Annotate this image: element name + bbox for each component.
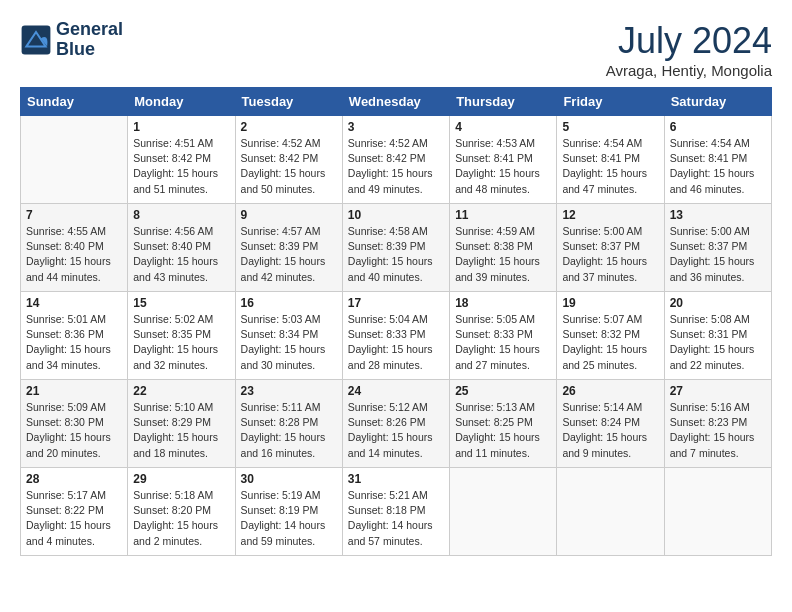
day-info: Sunrise: 5:13 AMSunset: 8:25 PMDaylight:… bbox=[455, 400, 551, 461]
calendar-cell: 20Sunrise: 5:08 AMSunset: 8:31 PMDayligh… bbox=[664, 292, 771, 380]
day-info: Sunrise: 4:51 AMSunset: 8:42 PMDaylight:… bbox=[133, 136, 229, 197]
day-info: Sunrise: 5:09 AMSunset: 8:30 PMDaylight:… bbox=[26, 400, 122, 461]
calendar-cell: 23Sunrise: 5:11 AMSunset: 8:28 PMDayligh… bbox=[235, 380, 342, 468]
day-info: Sunrise: 4:56 AMSunset: 8:40 PMDaylight:… bbox=[133, 224, 229, 285]
day-number: 6 bbox=[670, 120, 766, 134]
calendar-cell: 16Sunrise: 5:03 AMSunset: 8:34 PMDayligh… bbox=[235, 292, 342, 380]
calendar-cell: 29Sunrise: 5:18 AMSunset: 8:20 PMDayligh… bbox=[128, 468, 235, 556]
day-info: Sunrise: 4:53 AMSunset: 8:41 PMDaylight:… bbox=[455, 136, 551, 197]
day-number: 29 bbox=[133, 472, 229, 486]
day-number: 9 bbox=[241, 208, 337, 222]
header-day-sunday: Sunday bbox=[21, 88, 128, 116]
day-info: Sunrise: 5:00 AMSunset: 8:37 PMDaylight:… bbox=[562, 224, 658, 285]
week-row-5: 28Sunrise: 5:17 AMSunset: 8:22 PMDayligh… bbox=[21, 468, 772, 556]
day-info: Sunrise: 4:55 AMSunset: 8:40 PMDaylight:… bbox=[26, 224, 122, 285]
calendar-cell: 6Sunrise: 4:54 AMSunset: 8:41 PMDaylight… bbox=[664, 116, 771, 204]
day-info: Sunrise: 5:17 AMSunset: 8:22 PMDaylight:… bbox=[26, 488, 122, 549]
week-row-3: 14Sunrise: 5:01 AMSunset: 8:36 PMDayligh… bbox=[21, 292, 772, 380]
day-number: 11 bbox=[455, 208, 551, 222]
calendar-cell: 26Sunrise: 5:14 AMSunset: 8:24 PMDayligh… bbox=[557, 380, 664, 468]
day-number: 14 bbox=[26, 296, 122, 310]
calendar-body: 1Sunrise: 4:51 AMSunset: 8:42 PMDaylight… bbox=[21, 116, 772, 556]
day-number: 13 bbox=[670, 208, 766, 222]
calendar-cell: 30Sunrise: 5:19 AMSunset: 8:19 PMDayligh… bbox=[235, 468, 342, 556]
day-info: Sunrise: 4:54 AMSunset: 8:41 PMDaylight:… bbox=[562, 136, 658, 197]
day-info: Sunrise: 5:14 AMSunset: 8:24 PMDaylight:… bbox=[562, 400, 658, 461]
day-info: Sunrise: 5:16 AMSunset: 8:23 PMDaylight:… bbox=[670, 400, 766, 461]
day-number: 7 bbox=[26, 208, 122, 222]
day-info: Sunrise: 5:00 AMSunset: 8:37 PMDaylight:… bbox=[670, 224, 766, 285]
day-number: 8 bbox=[133, 208, 229, 222]
header-day-monday: Monday bbox=[128, 88, 235, 116]
day-info: Sunrise: 4:52 AMSunset: 8:42 PMDaylight:… bbox=[348, 136, 444, 197]
day-number: 26 bbox=[562, 384, 658, 398]
calendar-cell: 8Sunrise: 4:56 AMSunset: 8:40 PMDaylight… bbox=[128, 204, 235, 292]
calendar-cell: 9Sunrise: 4:57 AMSunset: 8:39 PMDaylight… bbox=[235, 204, 342, 292]
day-number: 3 bbox=[348, 120, 444, 134]
day-number: 18 bbox=[455, 296, 551, 310]
day-number: 1 bbox=[133, 120, 229, 134]
calendar-cell bbox=[557, 468, 664, 556]
day-info: Sunrise: 4:54 AMSunset: 8:41 PMDaylight:… bbox=[670, 136, 766, 197]
calendar-cell: 10Sunrise: 4:58 AMSunset: 8:39 PMDayligh… bbox=[342, 204, 449, 292]
week-row-1: 1Sunrise: 4:51 AMSunset: 8:42 PMDaylight… bbox=[21, 116, 772, 204]
day-info: Sunrise: 5:02 AMSunset: 8:35 PMDaylight:… bbox=[133, 312, 229, 373]
day-number: 21 bbox=[26, 384, 122, 398]
calendar-cell bbox=[21, 116, 128, 204]
calendar-table: SundayMondayTuesdayWednesdayThursdayFrid… bbox=[20, 87, 772, 556]
day-number: 25 bbox=[455, 384, 551, 398]
calendar-cell: 7Sunrise: 4:55 AMSunset: 8:40 PMDaylight… bbox=[21, 204, 128, 292]
day-info: Sunrise: 4:58 AMSunset: 8:39 PMDaylight:… bbox=[348, 224, 444, 285]
day-number: 19 bbox=[562, 296, 658, 310]
day-info: Sunrise: 4:59 AMSunset: 8:38 PMDaylight:… bbox=[455, 224, 551, 285]
day-info: Sunrise: 5:03 AMSunset: 8:34 PMDaylight:… bbox=[241, 312, 337, 373]
day-number: 5 bbox=[562, 120, 658, 134]
day-number: 23 bbox=[241, 384, 337, 398]
day-number: 28 bbox=[26, 472, 122, 486]
day-info: Sunrise: 5:18 AMSunset: 8:20 PMDaylight:… bbox=[133, 488, 229, 549]
day-number: 4 bbox=[455, 120, 551, 134]
calendar-cell: 12Sunrise: 5:00 AMSunset: 8:37 PMDayligh… bbox=[557, 204, 664, 292]
day-number: 17 bbox=[348, 296, 444, 310]
day-number: 31 bbox=[348, 472, 444, 486]
calendar-cell: 5Sunrise: 4:54 AMSunset: 8:41 PMDaylight… bbox=[557, 116, 664, 204]
day-info: Sunrise: 5:19 AMSunset: 8:19 PMDaylight:… bbox=[241, 488, 337, 549]
calendar-cell: 22Sunrise: 5:10 AMSunset: 8:29 PMDayligh… bbox=[128, 380, 235, 468]
calendar-cell: 24Sunrise: 5:12 AMSunset: 8:26 PMDayligh… bbox=[342, 380, 449, 468]
day-info: Sunrise: 5:10 AMSunset: 8:29 PMDaylight:… bbox=[133, 400, 229, 461]
calendar-cell: 11Sunrise: 4:59 AMSunset: 8:38 PMDayligh… bbox=[450, 204, 557, 292]
day-number: 10 bbox=[348, 208, 444, 222]
calendar-cell bbox=[450, 468, 557, 556]
day-number: 12 bbox=[562, 208, 658, 222]
calendar-cell: 21Sunrise: 5:09 AMSunset: 8:30 PMDayligh… bbox=[21, 380, 128, 468]
logo-line2: Blue bbox=[56, 40, 123, 60]
day-info: Sunrise: 4:57 AMSunset: 8:39 PMDaylight:… bbox=[241, 224, 337, 285]
day-number: 15 bbox=[133, 296, 229, 310]
calendar-cell: 17Sunrise: 5:04 AMSunset: 8:33 PMDayligh… bbox=[342, 292, 449, 380]
day-number: 24 bbox=[348, 384, 444, 398]
calendar-cell bbox=[664, 468, 771, 556]
week-row-2: 7Sunrise: 4:55 AMSunset: 8:40 PMDaylight… bbox=[21, 204, 772, 292]
day-info: Sunrise: 4:52 AMSunset: 8:42 PMDaylight:… bbox=[241, 136, 337, 197]
day-info: Sunrise: 5:05 AMSunset: 8:33 PMDaylight:… bbox=[455, 312, 551, 373]
day-info: Sunrise: 5:01 AMSunset: 8:36 PMDaylight:… bbox=[26, 312, 122, 373]
day-info: Sunrise: 5:07 AMSunset: 8:32 PMDaylight:… bbox=[562, 312, 658, 373]
calendar-cell: 14Sunrise: 5:01 AMSunset: 8:36 PMDayligh… bbox=[21, 292, 128, 380]
logo: General Blue bbox=[20, 20, 123, 60]
day-info: Sunrise: 5:12 AMSunset: 8:26 PMDaylight:… bbox=[348, 400, 444, 461]
calendar-cell: 25Sunrise: 5:13 AMSunset: 8:25 PMDayligh… bbox=[450, 380, 557, 468]
logo-icon bbox=[20, 24, 52, 56]
day-info: Sunrise: 5:11 AMSunset: 8:28 PMDaylight:… bbox=[241, 400, 337, 461]
day-number: 20 bbox=[670, 296, 766, 310]
day-number: 22 bbox=[133, 384, 229, 398]
day-info: Sunrise: 5:21 AMSunset: 8:18 PMDaylight:… bbox=[348, 488, 444, 549]
calendar-cell: 1Sunrise: 4:51 AMSunset: 8:42 PMDaylight… bbox=[128, 116, 235, 204]
calendar-cell: 19Sunrise: 5:07 AMSunset: 8:32 PMDayligh… bbox=[557, 292, 664, 380]
calendar-cell: 13Sunrise: 5:00 AMSunset: 8:37 PMDayligh… bbox=[664, 204, 771, 292]
day-number: 16 bbox=[241, 296, 337, 310]
calendar-cell: 15Sunrise: 5:02 AMSunset: 8:35 PMDayligh… bbox=[128, 292, 235, 380]
calendar-cell: 27Sunrise: 5:16 AMSunset: 8:23 PMDayligh… bbox=[664, 380, 771, 468]
header-day-friday: Friday bbox=[557, 88, 664, 116]
calendar-cell: 2Sunrise: 4:52 AMSunset: 8:42 PMDaylight… bbox=[235, 116, 342, 204]
week-row-4: 21Sunrise: 5:09 AMSunset: 8:30 PMDayligh… bbox=[21, 380, 772, 468]
